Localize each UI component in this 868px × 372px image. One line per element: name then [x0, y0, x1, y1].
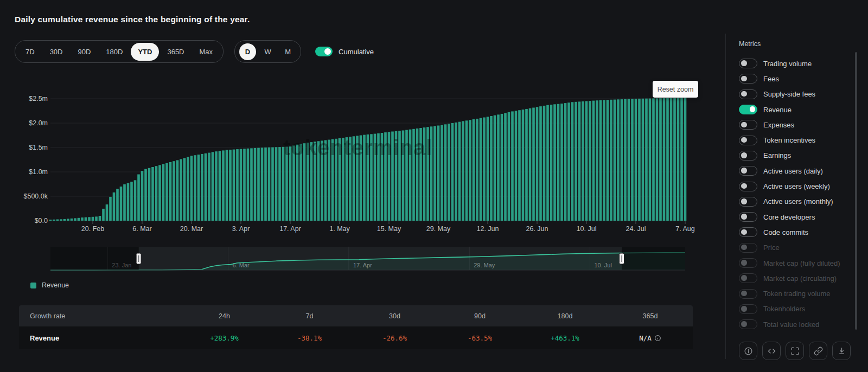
x-axis-label: 26. Jun: [526, 225, 548, 233]
y-axis-label: $2.0m: [29, 119, 48, 127]
toggle-knob-icon: [750, 106, 756, 112]
range-button-30d[interactable]: 30D: [43, 43, 70, 61]
metric-item-code-commits[interactable]: Code commits: [739, 225, 840, 240]
metric-item-trading-volume[interactable]: Trading volume: [739, 56, 840, 71]
metric-toggle[interactable]: [739, 197, 757, 207]
range-button-365d[interactable]: 365D: [160, 43, 191, 61]
metric-item-active-users-weekly[interactable]: Active users (weekly): [739, 178, 840, 194]
metric-item-token-trading-volume: Token trading volume: [739, 286, 840, 301]
metrics-list: Trading volumeFeesSupply-side feesRevenu…: [739, 56, 840, 332]
frequency-selector: DWM: [234, 40, 301, 63]
info-icon: [654, 335, 661, 342]
metric-item-revenue[interactable]: Revenue: [739, 102, 840, 117]
range-button-max[interactable]: Max: [193, 43, 220, 61]
metric-toggle[interactable]: [739, 136, 757, 145]
metric-label: Token trading volume: [763, 290, 831, 298]
reset-zoom-button[interactable]: Reset zoom: [653, 81, 698, 98]
navigator-handle-right[interactable]: [620, 253, 624, 264]
metric-toggle[interactable]: [739, 151, 757, 161]
metric-item-supply-side-fees[interactable]: Supply-side fees: [739, 87, 840, 102]
x-axis-label: 24. Jul: [626, 225, 646, 233]
toggle-knob-icon: [741, 306, 747, 312]
toggle-knob-icon: [741, 260, 747, 266]
metric-item-core-developers[interactable]: Core developers: [739, 209, 840, 225]
metric-toggle[interactable]: [739, 182, 757, 191]
fullscreen-button[interactable]: [786, 342, 804, 360]
metric-toggle[interactable]: [739, 105, 757, 114]
x-axis-label: 15. May: [377, 225, 401, 233]
navigator-mask-right: [622, 247, 685, 270]
metric-item-expenses[interactable]: Expenses: [739, 117, 840, 132]
metric-toggle[interactable]: [739, 89, 757, 99]
x-axis-label: 7. Aug: [675, 225, 694, 233]
toggle-knob-icon: [741, 76, 747, 82]
frequency-button-d[interactable]: D: [239, 43, 256, 60]
metric-toggle: [739, 289, 757, 299]
growth-table-header: Growth rate24h7d30d90d180d365d: [19, 305, 693, 326]
metric-label: Code commits: [763, 228, 808, 236]
embed-code-button[interactable]: [762, 342, 781, 360]
growth-column-30d: 30d: [352, 312, 437, 320]
metric-label: Total value locked: [763, 320, 819, 329]
metric-label: Revenue: [763, 106, 792, 114]
metric-label: Active users (monthly): [763, 197, 833, 206]
metric-toggle[interactable]: [739, 166, 757, 176]
metric-label: Supply-side fees: [763, 90, 815, 98]
frequency-button-w[interactable]: W: [259, 43, 276, 60]
metric-label: Tokenholders: [763, 305, 805, 313]
growth-value-30d: -26.6%: [352, 334, 437, 342]
frequency-button-m[interactable]: M: [279, 43, 296, 60]
metric-item-active-users-monthly[interactable]: Active users (monthly): [739, 194, 840, 209]
metric-toggle[interactable]: [739, 59, 757, 68]
cumulative-label: Cumulative: [339, 48, 374, 56]
metric-item-earnings[interactable]: Earnings: [739, 148, 840, 163]
range-button-7d[interactable]: 7D: [18, 43, 42, 61]
cumulative-toggle[interactable]: [315, 47, 333, 56]
metric-item-tokenholders: Tokenholders: [739, 302, 840, 317]
metrics-scrollbar[interactable]: [855, 52, 857, 330]
growth-column-7d: 7d: [267, 312, 352, 320]
analytics-dashboard: Daily cumulative revenue since the begin…: [0, 0, 868, 372]
range-button-180d[interactable]: 180D: [99, 43, 130, 61]
info-button[interactable]: [739, 342, 757, 360]
metrics-panel-title: Metrics: [739, 40, 761, 48]
navigator-handle-left[interactable]: [136, 253, 141, 264]
growth-value-24h: +283.9%: [182, 334, 267, 342]
metric-label: Active users (daily): [763, 167, 823, 175]
y-axis-label: $0.0: [35, 217, 48, 225]
toggle-knob-icon: [741, 291, 747, 297]
y-axis-label: $1.0m: [29, 168, 48, 176]
range-button-ytd[interactable]: YTD: [131, 43, 159, 61]
metric-toggle[interactable]: [739, 74, 757, 84]
growth-column-90d: 90d: [437, 312, 522, 320]
metric-item-token-incentives[interactable]: Token incentives: [739, 132, 840, 147]
watermark: tokenterminal: [283, 136, 432, 159]
metric-toggle[interactable]: [739, 227, 757, 237]
metric-toggle[interactable]: [739, 120, 757, 130]
revenue-chart[interactable]: $0.0$500.0k$1.0m$1.5m$2.0m$2.5mtokenterm…: [0, 76, 705, 277]
metric-item-active-users-daily[interactable]: Active users (daily): [739, 163, 840, 178]
range-button-90d[interactable]: 90D: [71, 43, 98, 61]
growth-value-180d: +463.1%: [522, 334, 608, 342]
download-icon: [837, 347, 846, 356]
growth-row-label: Revenue: [19, 334, 182, 342]
chart-legend[interactable]: Revenue: [30, 281, 69, 289]
metric-toggle[interactable]: [739, 212, 757, 222]
y-axis-label: $2.5m: [29, 95, 48, 102]
page-title: Daily cumulative revenue since the begin…: [15, 15, 250, 24]
legend-swatch-icon: [30, 283, 36, 288]
toggle-knob-icon: [741, 152, 747, 158]
embed-code-icon: [767, 347, 776, 356]
x-axis-label: 17. Apr: [279, 225, 301, 233]
download-button[interactable]: [832, 342, 851, 360]
growth-table-row: Revenue+283.9%-38.1%-26.6%-63.5%+463.1%N…: [19, 326, 693, 349]
metric-label: Price: [763, 243, 780, 252]
share-link-icon: [814, 347, 823, 356]
metrics-panel-divider: [725, 34, 726, 359]
share-link-button[interactable]: [809, 342, 827, 360]
y-axis-label: $500.0k: [24, 193, 48, 200]
toggle-knob-icon: [741, 229, 747, 235]
fullscreen-icon: [790, 347, 800, 356]
metric-toggle: [739, 273, 757, 283]
metric-item-fees[interactable]: Fees: [739, 71, 840, 86]
